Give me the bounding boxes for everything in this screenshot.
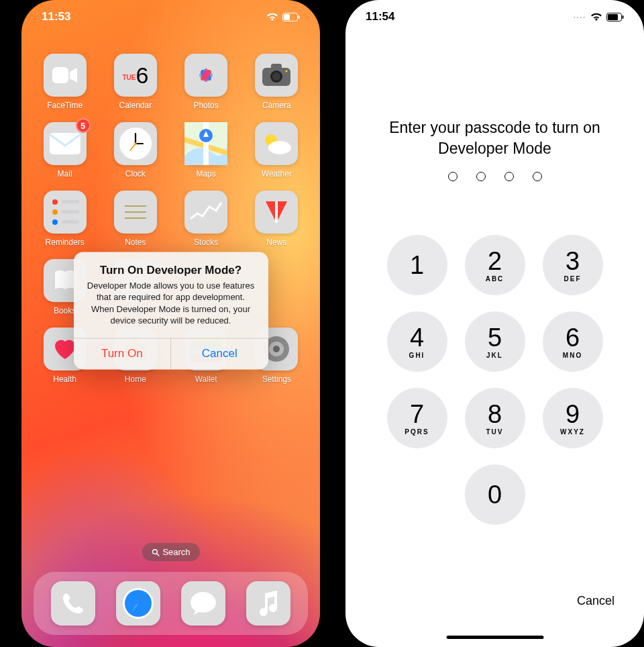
keypad-9[interactable]: 9WXYZ bbox=[543, 388, 603, 448]
alert-buttons: Turn On Cancel bbox=[74, 338, 268, 369]
keypad-letters: MNO bbox=[563, 352, 582, 359]
keypad-letters: TUV bbox=[486, 428, 504, 436]
passcode-dot bbox=[448, 172, 458, 181]
alert-turn-on-button[interactable]: Turn On bbox=[74, 338, 172, 369]
keypad-number: 8 bbox=[488, 401, 502, 427]
keypad-number: 6 bbox=[566, 325, 580, 350]
keypad-number: 7 bbox=[410, 401, 424, 427]
passcode-title: Enter your passcode to turn on Developer… bbox=[345, 117, 644, 159]
keypad-5[interactable]: 5JKL bbox=[465, 311, 525, 372]
passcode-dot bbox=[476, 172, 486, 181]
keypad-number: 0 bbox=[488, 482, 502, 507]
keypad-letters: JKL bbox=[486, 352, 503, 359]
alert-body: Developer Mode allows you to use feature… bbox=[74, 280, 268, 338]
keypad-letters: WXYZ bbox=[560, 428, 585, 436]
home-screen-device: 11:53 FaceTimeTUE6CalendarPhotosCamera5M… bbox=[21, 0, 320, 647]
battery-icon bbox=[606, 13, 624, 21]
keypad-3[interactable]: 3DEF bbox=[543, 235, 603, 295]
passcode-dot bbox=[504, 172, 514, 181]
keypad-number: 2 bbox=[488, 248, 502, 274]
keypad-2[interactable]: 2ABC bbox=[465, 235, 525, 295]
passcode-cancel-button[interactable]: Cancel bbox=[577, 594, 614, 608]
svg-rect-54 bbox=[608, 14, 618, 20]
keypad-1[interactable]: 1 bbox=[387, 235, 447, 295]
keypad-letters: ABC bbox=[486, 275, 504, 283]
keypad-number: 5 bbox=[488, 325, 502, 350]
passcode-screen-device: 11:54 •••• Enter your passcode to turn o… bbox=[345, 0, 644, 647]
status-right: •••• bbox=[574, 12, 624, 21]
status-bar: 11:54 •••• bbox=[345, 0, 644, 34]
home-indicator[interactable] bbox=[446, 636, 543, 639]
keypad-letters: GHI bbox=[409, 352, 425, 359]
wifi-icon bbox=[590, 12, 602, 21]
alert-backdrop: Turn On Developer Mode? Developer Mode a… bbox=[21, 0, 320, 647]
passcode-dot bbox=[533, 172, 542, 181]
status-time: 11:54 bbox=[366, 10, 394, 23]
keypad-8[interactable]: 8TUV bbox=[465, 388, 525, 448]
alert-title: Turn On Developer Mode? bbox=[74, 252, 268, 280]
alert-cancel-button[interactable]: Cancel bbox=[171, 338, 268, 369]
keypad-number: 1 bbox=[410, 252, 424, 278]
developer-mode-alert: Turn On Developer Mode? Developer Mode a… bbox=[74, 252, 268, 369]
cellular-icon: •••• bbox=[574, 14, 586, 20]
keypad-number: 3 bbox=[566, 248, 580, 274]
keypad-number: 4 bbox=[410, 325, 424, 350]
keypad-letters: DEF bbox=[564, 275, 582, 283]
passcode-dots bbox=[345, 172, 644, 181]
keypad-number: 9 bbox=[566, 401, 580, 427]
svg-rect-55 bbox=[623, 15, 624, 19]
keypad-letters: PQRS bbox=[405, 428, 429, 436]
keypad-4[interactable]: 4GHI bbox=[387, 311, 447, 372]
keypad-0[interactable]: 0 bbox=[465, 464, 525, 525]
keypad-7[interactable]: 7PQRS bbox=[387, 388, 447, 448]
numeric-keypad: 12ABC3DEF4GHI5JKL6MNO7PQRS8TUV9WXYZ0 bbox=[345, 235, 644, 525]
keypad-6[interactable]: 6MNO bbox=[543, 311, 603, 372]
